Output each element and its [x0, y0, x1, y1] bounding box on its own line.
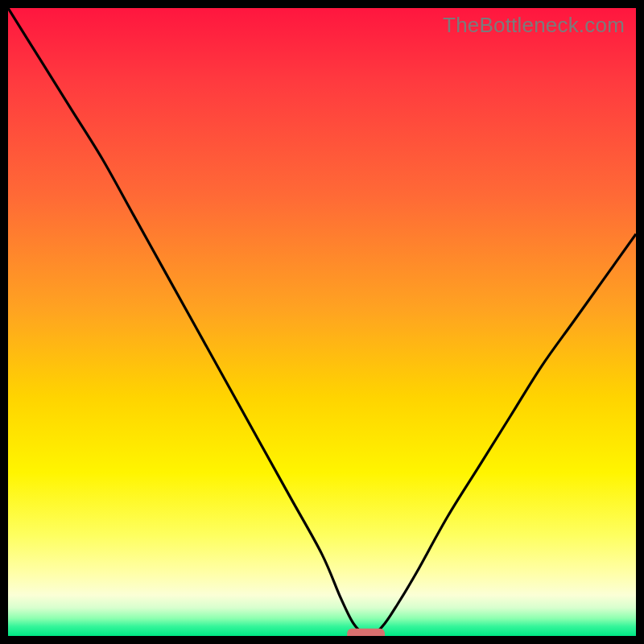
chart-frame: TheBottleneck.com — [8, 8, 636, 636]
watermark-text: TheBottleneck.com — [443, 13, 625, 38]
gradient-background — [8, 8, 636, 636]
bottleneck-chart — [8, 8, 636, 636]
sweet-spot-marker — [347, 629, 385, 636]
